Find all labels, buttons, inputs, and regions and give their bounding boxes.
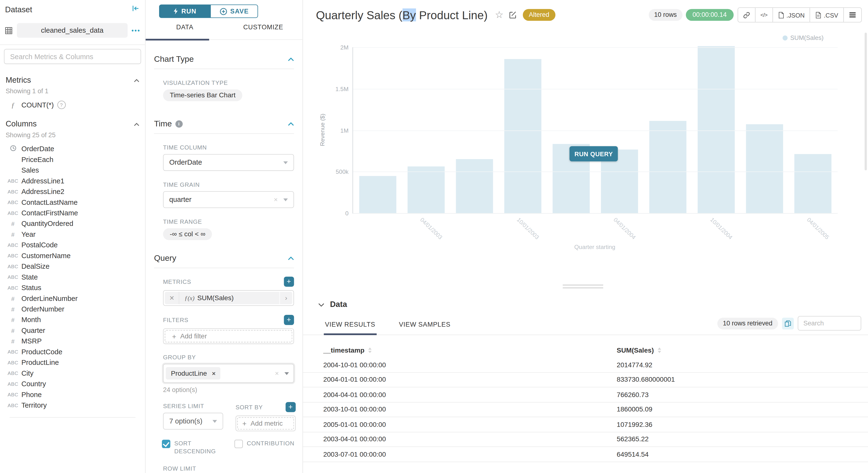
- metric-expand-icon[interactable]: ›: [280, 292, 292, 304]
- share-link-button[interactable]: [738, 8, 755, 22]
- column-item[interactable]: ABCContactLastName: [5, 197, 140, 208]
- column-item[interactable]: #Month: [5, 314, 140, 325]
- menu-button[interactable]: [843, 8, 861, 22]
- column-item[interactable]: ABCStatus: [5, 282, 140, 293]
- add-sort-metric-button[interactable]: +: [285, 402, 296, 412]
- column-item[interactable]: ABCPhone: [5, 389, 140, 400]
- column-item[interactable]: ABCCustomerName: [5, 250, 140, 261]
- tab-view-samples[interactable]: VIEW SAMPLES: [399, 321, 451, 335]
- chart-legend[interactable]: SUM(Sales): [782, 34, 824, 41]
- embed-code-button[interactable]: </>: [755, 8, 772, 22]
- column-item[interactable]: #QuantityOrdered: [5, 218, 140, 229]
- altered-badge[interactable]: Altered: [523, 9, 556, 21]
- column-item[interactable]: ABCPostalCode: [5, 240, 140, 250]
- column-item[interactable]: ABCContactFirstName: [5, 208, 140, 218]
- add-filter-dropzone[interactable]: + Add filter: [165, 330, 292, 342]
- chart-title[interactable]: Quarterly Sales (By Product Line): [316, 8, 488, 22]
- metric-item[interactable]: ƒ COUNT(*) ?: [5, 100, 140, 109]
- column-item[interactable]: OrderDate: [5, 144, 140, 154]
- chart-bar[interactable]: [504, 59, 541, 213]
- remove-tag-icon[interactable]: ×: [212, 370, 216, 377]
- remove-metric-icon[interactable]: ✕: [165, 292, 179, 304]
- column-item[interactable]: ABCCity: [5, 368, 140, 378]
- column-item[interactable]: ABCDealSize: [5, 261, 140, 271]
- chevron-up-icon[interactable]: [288, 119, 294, 128]
- clear-icon[interactable]: ×: [275, 370, 279, 377]
- column-item[interactable]: #OrderNumber: [5, 304, 140, 314]
- column-item[interactable]: Sales: [5, 165, 140, 175]
- add-sort-metric-dropzone[interactable]: + Add metric: [237, 417, 294, 430]
- column-item[interactable]: ABCCountry: [5, 378, 140, 389]
- add-metric-button[interactable]: +: [284, 277, 294, 287]
- group-by-label: GROUP BY: [163, 353, 294, 360]
- column-header-sum-sales[interactable]: SUM(Sales): [617, 346, 868, 354]
- column-item[interactable]: #Quarter: [5, 325, 140, 336]
- series-limit-select[interactable]: 7 option(s): [163, 413, 223, 430]
- chart-canvas: SUM(Sales) Revenue ($) 0500k1M1.5M2M04/0…: [303, 31, 868, 290]
- panel-resize-handle[interactable]: [563, 283, 603, 288]
- time-grain-select[interactable]: quarter ×: [163, 191, 294, 208]
- tab-view-results[interactable]: VIEW RESULTS: [325, 321, 375, 335]
- save-button[interactable]: SAVE: [210, 5, 258, 18]
- column-item[interactable]: #OrderLineNumber: [5, 293, 140, 304]
- chart-bar[interactable]: [746, 124, 783, 213]
- text-type-icon: ABC: [5, 370, 20, 376]
- chart-bar[interactable]: [698, 46, 735, 213]
- column-item[interactable]: ABCTerritory: [5, 400, 140, 410]
- metric-pill[interactable]: ✕ ƒ(x) SUM(Sales): [165, 292, 279, 304]
- dataset-panel-title: Dataset: [5, 5, 32, 14]
- chevron-down-icon[interactable]: [318, 299, 324, 309]
- dataset-name[interactable]: cleaned_sales_data: [17, 23, 128, 38]
- chart-bar[interactable]: [408, 166, 444, 213]
- run-query-button[interactable]: RUN QUERY: [569, 146, 618, 161]
- cell-timestamp: 2005-01-01 00:00:00: [303, 420, 617, 428]
- chart-type-heading: Chart Type: [154, 55, 194, 63]
- column-item[interactable]: #Year: [5, 229, 140, 240]
- text-type-icon: ABC: [5, 349, 20, 354]
- column-item[interactable]: ABCAddressLine2: [5, 186, 140, 197]
- x-axis-tick-label: 04/01/2005: [806, 217, 830, 241]
- contribution-checkbox[interactable]: [235, 440, 243, 448]
- chevron-up-icon[interactable]: [134, 75, 140, 85]
- scrollbar-thumb[interactable]: [865, 33, 867, 170]
- dataset-options-icon[interactable]: •••: [131, 27, 141, 34]
- chevron-up-icon[interactable]: [134, 119, 140, 129]
- tab-data[interactable]: DATA: [146, 24, 224, 39]
- chart-bar[interactable]: [359, 176, 396, 213]
- tab-customize[interactable]: CUSTOMIZE: [224, 24, 302, 39]
- column-header-timestamp[interactable]: __timestamp: [303, 346, 617, 354]
- export-csv-button[interactable]: .CSV: [810, 8, 843, 22]
- group-by-select[interactable]: ProductLine × ×: [163, 364, 294, 383]
- chevron-up-icon[interactable]: [288, 254, 294, 262]
- add-filter-button[interactable]: +: [284, 315, 294, 325]
- column-name: Year: [21, 230, 36, 238]
- column-item[interactable]: ABCState: [5, 272, 140, 282]
- column-item[interactable]: ABCProductLine: [5, 357, 140, 368]
- time-column-select[interactable]: OrderDate: [163, 154, 294, 171]
- sort-descending-checkbox[interactable]: [162, 440, 170, 448]
- chart-bar[interactable]: [456, 159, 493, 213]
- chevron-up-icon[interactable]: [288, 55, 294, 63]
- column-name: Country: [21, 380, 46, 388]
- chart-bar[interactable]: [795, 154, 832, 213]
- collapse-panel-icon[interactable]: [131, 5, 140, 15]
- table-search-input[interactable]: [798, 316, 861, 331]
- time-grain-label: TIME GRAIN: [163, 181, 294, 188]
- edit-properties-icon[interactable]: [508, 10, 517, 19]
- column-item[interactable]: ABCProductCode: [5, 346, 140, 357]
- export-json-button[interactable]: .JSON: [772, 8, 810, 22]
- viz-type-value[interactable]: Time-series Bar Chart: [163, 89, 242, 101]
- run-button[interactable]: RUN: [159, 5, 210, 18]
- column-item[interactable]: #MSRP: [5, 336, 140, 346]
- favorite-star-icon[interactable]: ☆: [495, 10, 504, 20]
- column-item[interactable]: PriceEach: [5, 154, 140, 165]
- time-range-value[interactable]: -∞ ≤ col < ∞: [163, 228, 212, 240]
- filters-label: FILTERS: [163, 317, 188, 323]
- search-metrics-columns-input[interactable]: [4, 49, 141, 64]
- column-item[interactable]: ABCAddressLine1: [5, 176, 140, 186]
- chart-bar[interactable]: [649, 121, 686, 213]
- clear-icon[interactable]: ×: [274, 196, 278, 203]
- chevron-down-icon: [283, 161, 288, 164]
- time-range-label: TIME RANGE: [163, 218, 294, 225]
- copy-data-button[interactable]: [782, 317, 794, 329]
